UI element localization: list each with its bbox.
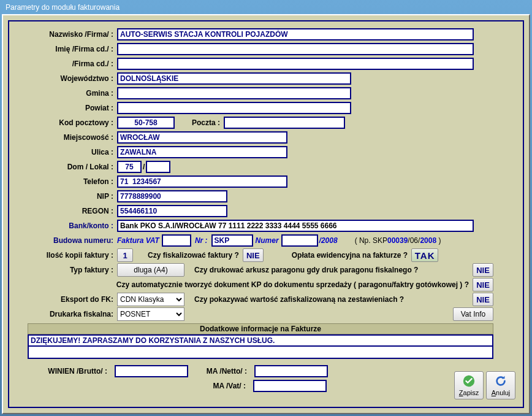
label-nazwisko: Nazwisko /Firma/ : — [28, 30, 117, 39]
nip-input[interactable] — [117, 190, 227, 202]
miejsc-input[interactable] — [117, 131, 287, 144]
label-kp-q: Czy automatycznie tworzyć dokument KP do… — [28, 280, 473, 289]
mavat-input[interactable] — [253, 380, 327, 392]
ilosc-kopii-toggle[interactable]: 1 — [117, 248, 133, 262]
manetto-input[interactable] — [254, 365, 328, 377]
label-gmina: Gmina : — [28, 89, 117, 98]
app-window: Parametry do modułu fakturowania Nazwisk… — [0, 0, 532, 416]
lokal-input[interactable] — [146, 161, 170, 173]
label-budowa: Budowa numeru: — [28, 236, 117, 245]
drukarka-select[interactable]: POSNET — [117, 307, 184, 321]
check-icon — [462, 374, 476, 388]
powiat-input[interactable] — [117, 102, 351, 114]
label-powiat: Powiat : — [28, 104, 117, 112]
window-title: Parametry do modułu fakturowania — [2, 2, 530, 14]
label-rok: /2008 — [318, 236, 338, 245]
telefon-input[interactable] — [117, 175, 287, 188]
poczta-input[interactable] — [224, 117, 345, 129]
fiskal-toggle[interactable]: NIE — [243, 248, 264, 262]
kp-toggle[interactable]: NIE — [473, 278, 493, 291]
frame: Nazwisko /Firma/ : Imię /Firma cd./ : /F… — [2, 14, 530, 414]
note1-input[interactable] — [28, 334, 493, 347]
paragon-toggle[interactable]: NIE — [473, 263, 493, 277]
label-slash: / — [142, 163, 146, 171]
form-panel: Nazwisko /Firma/ : Imię /Firma cd./ : /F… — [8, 20, 524, 408]
imie-input[interactable] — [117, 43, 474, 55]
winien-input[interactable] — [115, 365, 188, 377]
label-drukarka: Drukarka fiskalna: — [28, 310, 117, 318]
label-telefon: Telefon : — [28, 177, 117, 186]
dom-input[interactable] — [117, 161, 142, 173]
label-ilosc: Ilość kopii faktury : — [28, 251, 117, 260]
nazwisko-input[interactable] — [117, 28, 474, 40]
label-ulica: Ulica : — [28, 148, 117, 156]
zapisz-label: Zapisz — [459, 389, 479, 396]
nr-input[interactable] — [211, 234, 253, 247]
bank-input[interactable] — [117, 220, 474, 232]
firma-cd-input[interactable] — [117, 58, 474, 70]
typ-faktury-button[interactable]: dluga (A4) — [117, 263, 184, 277]
note2-input[interactable] — [28, 347, 493, 359]
dodatkowe-header: Dodatkowe informacje na Fakturze — [28, 323, 493, 334]
oplata-toggle[interactable]: TAK — [411, 248, 438, 262]
ulica-input[interactable] — [117, 146, 287, 158]
label-nip: NIP : — [28, 192, 117, 201]
zapisz-button[interactable]: Zapisz — [454, 371, 484, 399]
label-typ: Typ faktury : — [28, 266, 117, 274]
label-bank: Bank/konto : — [28, 221, 117, 230]
label-oplata-q: Opłata ewidencyjna na fakturze ? — [288, 251, 411, 260]
label-wojewodztwo: Województwo : — [28, 74, 117, 83]
anuluj-button[interactable]: Anuluj — [486, 371, 515, 399]
kod-input[interactable] — [117, 117, 175, 129]
label-paragon-q: Czy drukować arkusz paragonu gdy druk pa… — [191, 266, 473, 274]
label-numer: Numer — [253, 236, 281, 245]
wojewodztwo-input[interactable] — [117, 72, 351, 85]
numer-input[interactable] — [281, 234, 318, 247]
zestaw-toggle[interactable]: NIE — [473, 293, 493, 306]
anuluj-label: Anuluj — [492, 389, 511, 396]
label-imie: Imię /Firma cd./ : — [28, 45, 117, 53]
label-faktura-vat: Faktura VAT — [117, 236, 162, 245]
np-example: ( Np. SKP00039/06/2008 ) — [355, 236, 441, 245]
gmina-input[interactable] — [117, 87, 351, 99]
budowa-prefix-input[interactable] — [162, 234, 191, 247]
label-mavat: MA /Vat/ : — [191, 382, 249, 390]
label-eksport: Eksport do FK: — [28, 295, 117, 304]
undo-icon — [494, 374, 507, 388]
vatinfo-button[interactable]: Vat Info — [453, 307, 493, 321]
label-dom: Dom / Lokal : — [28, 163, 117, 171]
label-fiskal-q: Czy fiskalizować faktury ? — [144, 251, 243, 260]
label-regon: REGON : — [28, 207, 117, 215]
label-firma-cd: /Firma cd./ : — [28, 60, 117, 68]
eksport-fk-select[interactable]: CDN Klasyka — [117, 293, 184, 306]
label-miejsc: Miejscowość : — [28, 133, 117, 142]
label-kod: Kod pocztowy : — [28, 118, 117, 127]
regon-input[interactable] — [117, 205, 227, 217]
label-winien: WINIEN /Brutto/ : — [28, 367, 111, 376]
label-zestaw-q: Czy pokazywać wartość zafiskalizowaną na… — [191, 295, 473, 304]
label-poczta: Poczta : — [175, 118, 224, 127]
label-nr: Nr : — [191, 236, 211, 245]
label-manetto: MA /Netto/ : — [192, 367, 251, 376]
